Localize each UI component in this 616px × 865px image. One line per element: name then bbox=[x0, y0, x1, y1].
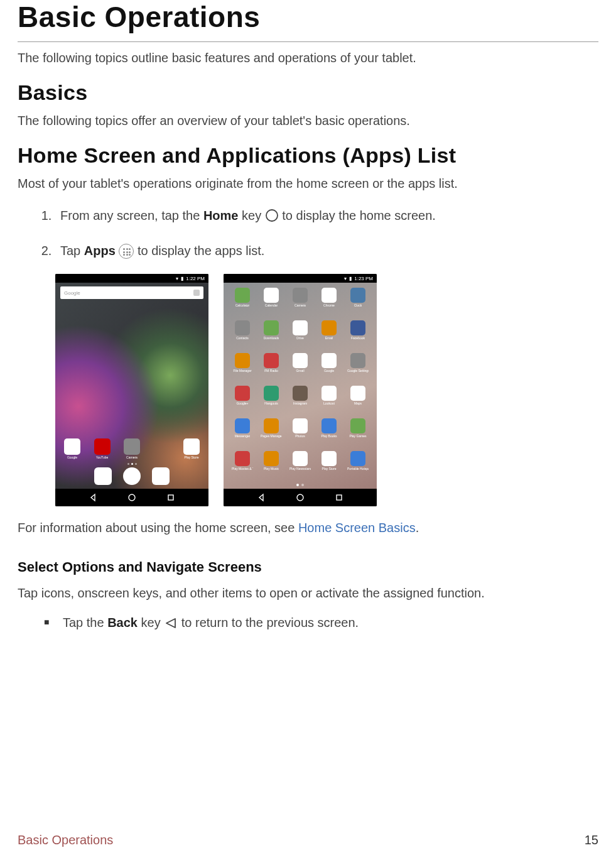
svg-rect-4 bbox=[337, 495, 342, 500]
app-label: Lookout bbox=[323, 401, 335, 405]
home-intro: Most of your tablet's operations origina… bbox=[18, 177, 598, 191]
bullet-c: to return to the previous screen. bbox=[178, 616, 359, 629]
app-label: File Manager bbox=[233, 369, 251, 373]
svg-point-3 bbox=[297, 494, 303, 501]
app-label: Play Movies & TV bbox=[232, 467, 253, 471]
svg-point-0 bbox=[266, 210, 278, 221]
apps-grid-item: Play Newsstand bbox=[286, 451, 314, 481]
apps-grid-item: Google Settings bbox=[344, 353, 372, 383]
app-label: Downloads bbox=[264, 336, 279, 340]
select-intro: Tap icons, onscreen keys, and other item… bbox=[18, 584, 598, 602]
apps-grid-item: Downloads bbox=[257, 320, 285, 351]
app-label: Messenger bbox=[235, 434, 251, 438]
app-icon bbox=[322, 386, 337, 401]
app-label: Maps bbox=[354, 401, 362, 405]
home-screen-basics-link[interactable]: Home Screen Basics bbox=[298, 521, 416, 535]
app-label: Drive bbox=[296, 336, 304, 340]
back-icon bbox=[164, 616, 178, 634]
after-b: . bbox=[416, 521, 419, 535]
app-label: Calendar bbox=[265, 303, 278, 307]
app-icon bbox=[264, 418, 279, 433]
home-app bbox=[151, 438, 173, 459]
step2-apps-bold: Apps bbox=[84, 244, 116, 258]
home-app-row: GoogleYouTubeCameraPlay Store bbox=[62, 438, 202, 459]
app-icon bbox=[264, 386, 279, 401]
apps-grid-item: Instagram bbox=[286, 386, 314, 416]
battery-icon: ▮ bbox=[181, 276, 183, 281]
app-label: Google+ bbox=[236, 401, 248, 405]
apps-grid-item: Camera bbox=[286, 288, 314, 318]
app-label: Google bbox=[324, 369, 334, 373]
apps-grid-item: Photos bbox=[286, 418, 314, 449]
app-icon bbox=[350, 418, 365, 433]
step2-text-a: Tap bbox=[60, 244, 84, 258]
apps-icon bbox=[119, 244, 134, 259]
apps-grid-item: Gmail bbox=[286, 353, 314, 383]
apps-grid-item: File Manager bbox=[229, 353, 256, 383]
app-icon bbox=[350, 353, 365, 368]
app-icon bbox=[322, 418, 337, 433]
apps-grid-item: Pages Manager bbox=[257, 418, 285, 449]
footer-title: Basic Operations bbox=[18, 833, 113, 847]
screenshot-apps: ▾ ▮ 1:23 PM CalculatorCalendarCameraChro… bbox=[224, 274, 377, 506]
apps-grid-item: Play Books bbox=[315, 418, 343, 449]
app-icon bbox=[264, 451, 279, 466]
apps-grid-item: Play Movies & TV bbox=[229, 451, 256, 481]
app-icon bbox=[293, 288, 308, 303]
apps-grid-item: Messenger bbox=[229, 418, 256, 449]
home-icon bbox=[265, 209, 279, 227]
step2-text-c: to display the apps list. bbox=[134, 244, 264, 258]
nav-back-icon bbox=[89, 493, 97, 502]
app-label: Google bbox=[67, 455, 77, 459]
heading-home-apps: Home Screen and Applications (Apps) List bbox=[18, 143, 598, 168]
app-icon bbox=[264, 320, 279, 335]
app-icon bbox=[350, 451, 365, 466]
home-app: Play Store bbox=[181, 438, 202, 459]
step1-text-c: to display the home screen. bbox=[279, 209, 436, 222]
bullet-back: Tap the Back key to return to the previo… bbox=[55, 613, 598, 634]
home-app: Google bbox=[62, 438, 83, 459]
signal-icon: ▾ bbox=[344, 276, 347, 281]
apps-grid-item: Facebook bbox=[344, 320, 372, 351]
app-icon bbox=[94, 438, 111, 455]
app-icon bbox=[183, 438, 200, 455]
apps-grid-item: Play Music bbox=[257, 451, 285, 481]
app-label: YouTube bbox=[96, 455, 109, 459]
app-label: Facebook bbox=[351, 336, 365, 340]
apps-grid-item: Maps bbox=[344, 386, 372, 416]
app-label: Pages Manager bbox=[261, 434, 282, 438]
app-label: Play Books bbox=[321, 434, 337, 438]
app-label: Gmail bbox=[296, 369, 304, 373]
apps-grid-item: Chrome bbox=[315, 288, 343, 318]
status-time: 1:22 PM bbox=[186, 276, 205, 281]
app-icon bbox=[293, 386, 308, 401]
nav-bar bbox=[55, 489, 208, 506]
basics-intro: The following topics offer an overview o… bbox=[18, 114, 598, 128]
apps-grid-item: Contacts bbox=[229, 320, 256, 351]
search-label: Google bbox=[64, 290, 80, 296]
status-bar: ▾ ▮ 1:23 PM bbox=[224, 274, 377, 283]
app-label: Play Store bbox=[322, 467, 336, 471]
app-label: Play Games bbox=[349, 434, 366, 438]
apps-grid-item: Email bbox=[315, 320, 343, 351]
apps-grid-item: Clock bbox=[344, 288, 372, 318]
apps-grid-item: Portable Hotspot bbox=[344, 451, 372, 481]
app-icon bbox=[64, 438, 80, 455]
app-label: Photos bbox=[295, 434, 305, 438]
nav-recent-icon bbox=[335, 493, 343, 502]
apps-grid-item: Google bbox=[315, 353, 343, 383]
apps-grid-item: Google+ bbox=[229, 386, 256, 416]
bullet-list: Tap the Back key to return to the previo… bbox=[18, 613, 598, 634]
app-icon bbox=[350, 288, 365, 303]
page-title: Basic Operations bbox=[18, 0, 598, 42]
app-label: Google Settings bbox=[347, 369, 369, 373]
app-icon bbox=[350, 320, 365, 335]
search-bar: Google bbox=[60, 286, 203, 299]
app-icon bbox=[322, 353, 337, 368]
app-label: Play Music bbox=[264, 467, 279, 471]
apps-grid: CalculatorCalendarCameraChromeClockConta… bbox=[229, 288, 372, 481]
apps-grid-item: Calendar bbox=[257, 288, 285, 318]
app-icon bbox=[124, 438, 140, 455]
status-bar: ▾ ▮ 1:22 PM bbox=[55, 274, 208, 283]
app-icon bbox=[350, 386, 365, 401]
